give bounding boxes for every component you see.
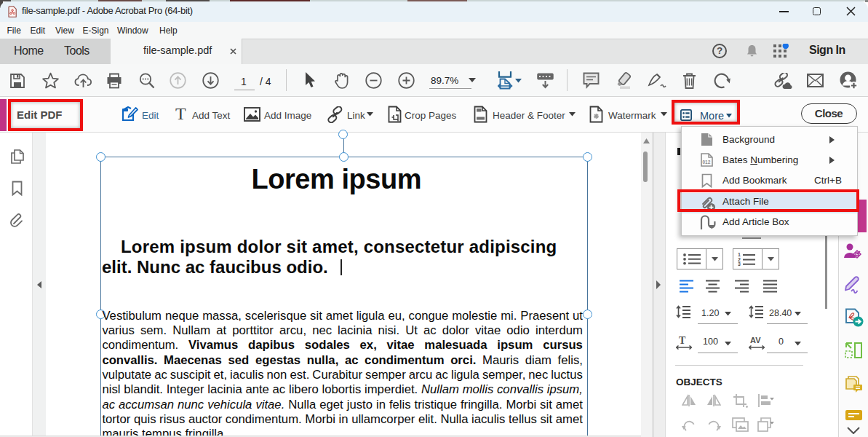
svg-text:T: T [679, 335, 686, 346]
svg-text:3: 3 [738, 261, 741, 266]
svg-text:012: 012 [703, 160, 711, 165]
svg-text:AV: AV [750, 336, 761, 345]
